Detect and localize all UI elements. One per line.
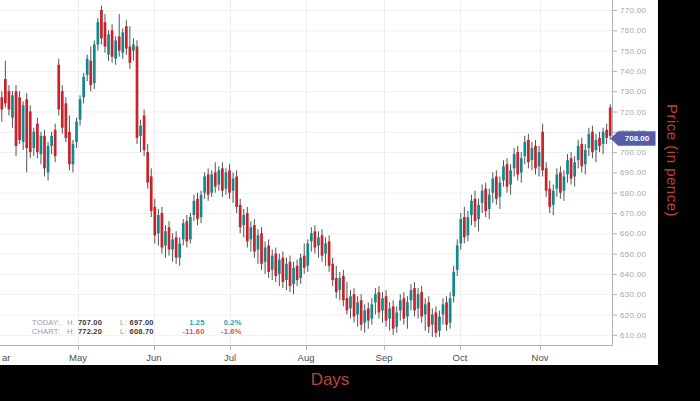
candle[interactable] <box>541 132 544 171</box>
candle[interactable] <box>29 112 32 153</box>
candle[interactable] <box>40 136 43 154</box>
candle[interactable] <box>385 296 388 320</box>
candle[interactable] <box>605 130 608 138</box>
candle[interactable] <box>328 241 331 265</box>
candle[interactable] <box>321 235 324 255</box>
candle[interactable] <box>239 205 242 227</box>
candle[interactable] <box>438 317 441 331</box>
candle[interactable] <box>32 132 35 148</box>
candle[interactable] <box>217 170 220 184</box>
candle[interactable] <box>545 168 548 190</box>
candle[interactable] <box>310 233 313 241</box>
candle[interactable] <box>559 172 562 192</box>
candle[interactable] <box>271 256 274 270</box>
candle[interactable] <box>146 152 149 182</box>
candle[interactable] <box>520 158 523 172</box>
candle[interactable] <box>374 294 377 302</box>
candle[interactable] <box>531 148 534 160</box>
candle[interactable] <box>182 223 185 239</box>
candle[interactable] <box>477 205 480 219</box>
candle[interactable] <box>324 243 327 253</box>
candle[interactable] <box>367 308 370 320</box>
candle[interactable] <box>97 22 100 44</box>
candle[interactable] <box>548 189 551 207</box>
candle[interactable] <box>253 225 256 251</box>
candle[interactable] <box>499 183 502 197</box>
candle[interactable] <box>232 178 235 190</box>
candle[interactable] <box>378 292 381 312</box>
candle[interactable] <box>171 239 174 249</box>
candle[interactable] <box>178 243 181 257</box>
candle[interactable] <box>22 105 25 142</box>
candle[interactable] <box>456 245 459 269</box>
candle[interactable] <box>435 312 438 332</box>
candle[interactable] <box>459 219 462 243</box>
candle[interactable] <box>221 168 224 190</box>
candle[interactable] <box>139 126 142 136</box>
candle[interactable] <box>513 154 516 168</box>
candle[interactable] <box>598 138 601 146</box>
candle[interactable] <box>299 258 302 278</box>
candle[interactable] <box>175 237 178 257</box>
candle[interactable] <box>516 152 519 174</box>
candle[interactable] <box>388 308 391 318</box>
candle[interactable] <box>200 195 203 217</box>
candle[interactable] <box>196 199 199 219</box>
candle[interactable] <box>264 248 267 262</box>
candle[interactable] <box>246 213 249 241</box>
candle[interactable] <box>360 300 363 324</box>
candle[interactable] <box>260 233 263 263</box>
candle[interactable] <box>317 237 320 245</box>
candle[interactable] <box>161 213 164 248</box>
candle[interactable] <box>61 91 64 128</box>
candle[interactable] <box>18 97 21 140</box>
candle[interactable] <box>470 201 473 215</box>
candle[interactable] <box>0 97 3 109</box>
candle[interactable] <box>403 298 406 318</box>
candle[interactable] <box>406 302 409 316</box>
candle[interactable] <box>25 99 28 148</box>
candle[interactable] <box>36 124 39 152</box>
candle[interactable] <box>591 132 594 152</box>
candle[interactable] <box>452 272 455 296</box>
candle[interactable] <box>225 172 228 188</box>
candle[interactable] <box>68 132 71 164</box>
candle[interactable] <box>43 136 46 168</box>
candle[interactable] <box>523 142 526 156</box>
candle[interactable] <box>114 40 117 58</box>
candle[interactable] <box>82 77 85 97</box>
candle[interactable] <box>210 174 213 192</box>
candle[interactable] <box>274 254 277 276</box>
candle[interactable] <box>580 144 583 166</box>
candle[interactable] <box>100 10 103 38</box>
candle[interactable] <box>609 107 612 135</box>
candle[interactable] <box>157 215 160 233</box>
candle[interactable] <box>370 304 373 318</box>
candle[interactable] <box>250 227 253 239</box>
candle[interactable] <box>132 45 135 51</box>
candle[interactable] <box>228 170 231 192</box>
candle[interactable] <box>72 144 75 164</box>
candle[interactable] <box>481 191 484 203</box>
candle[interactable] <box>424 304 427 314</box>
candle[interactable] <box>168 227 171 249</box>
candle[interactable] <box>104 22 107 46</box>
candle[interactable] <box>588 134 591 148</box>
candle[interactable] <box>185 221 188 241</box>
candle[interactable] <box>303 256 306 268</box>
candle[interactable] <box>570 158 573 178</box>
candle[interactable] <box>563 176 566 190</box>
candle[interactable] <box>121 32 124 52</box>
candle[interactable] <box>534 146 537 168</box>
candle[interactable] <box>335 278 338 292</box>
candle[interactable] <box>552 191 555 205</box>
candle[interactable] <box>11 95 14 117</box>
candle[interactable] <box>363 310 366 322</box>
candle[interactable] <box>488 195 491 209</box>
candle[interactable] <box>342 276 345 300</box>
candle[interactable] <box>289 262 292 286</box>
candle[interactable] <box>203 176 206 192</box>
candle[interactable] <box>164 231 167 245</box>
candle[interactable] <box>75 122 78 142</box>
candle[interactable] <box>47 146 50 172</box>
